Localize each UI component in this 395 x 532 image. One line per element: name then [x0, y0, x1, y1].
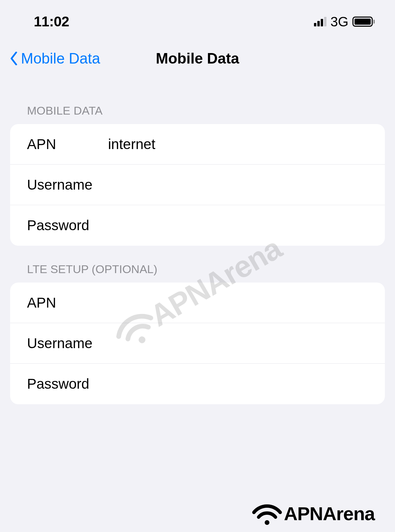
footer-logo: APNArena: [252, 502, 375, 525]
page-title: Mobile Data: [156, 50, 239, 67]
svg-point-1: [265, 520, 269, 525]
back-label: Mobile Data: [21, 50, 100, 67]
wifi-icon: [252, 502, 282, 525]
lte-username-input[interactable]: [108, 335, 368, 352]
lte-username-label: Username: [27, 335, 108, 352]
apn-input[interactable]: [108, 136, 368, 152]
battery-icon: [352, 17, 375, 27]
section-header-mobile-data: MOBILE DATA: [0, 87, 395, 124]
status-indicators: 3G: [314, 14, 375, 29]
footer-text: APNArena: [284, 503, 375, 525]
network-type-label: 3G: [331, 14, 348, 29]
row-apn[interactable]: APN: [10, 124, 385, 165]
settings-group-mobile-data: APN Username Password: [10, 124, 385, 246]
row-lte-password[interactable]: Password: [10, 364, 385, 404]
signal-strength-icon: [314, 17, 326, 26]
lte-apn-label: APN: [27, 295, 108, 311]
password-label: Password: [27, 217, 108, 234]
chevron-left-icon: [10, 52, 18, 65]
settings-group-lte-setup: APN Username Password: [10, 283, 385, 404]
apn-label: APN: [27, 136, 108, 152]
password-input[interactable]: [108, 217, 368, 234]
username-input[interactable]: [108, 177, 368, 193]
row-lte-apn[interactable]: APN: [10, 283, 385, 323]
lte-apn-input[interactable]: [108, 295, 368, 311]
navigation-bar: Mobile Data Mobile Data: [0, 37, 395, 87]
row-password[interactable]: Password: [10, 205, 385, 246]
username-label: Username: [27, 177, 108, 193]
row-lte-username[interactable]: Username: [10, 323, 385, 364]
section-header-lte-setup: LTE SETUP (OPTIONAL): [0, 246, 395, 283]
lte-password-input[interactable]: [108, 376, 368, 392]
lte-password-label: Password: [27, 376, 108, 392]
row-username[interactable]: Username: [10, 165, 385, 205]
back-button[interactable]: Mobile Data: [10, 50, 100, 67]
status-time: 11:02: [34, 14, 69, 30]
status-bar: 11:02 3G: [0, 0, 395, 37]
